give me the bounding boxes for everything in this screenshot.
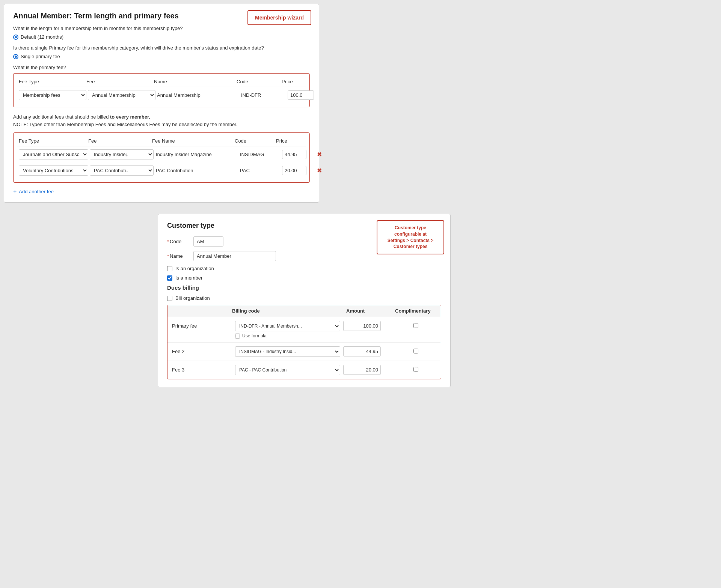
name-required-star: * — [167, 253, 169, 259]
billing-fee2-row: Fee 2 INSIDMAG - Industry Insid... — [167, 343, 441, 361]
primary-fee-name-cell: Annual Membership — [157, 91, 240, 99]
primary-fee-price-input[interactable] — [288, 90, 314, 100]
add-col-fee-type: Fee Type — [19, 138, 88, 144]
code-required-star: * — [167, 239, 169, 244]
use-formula-label: Use formula — [242, 333, 267, 338]
add-col-price: Price — [276, 138, 306, 144]
additional-fees-table-container: Fee Type Fee Fee Name Code Price Journal… — [13, 132, 310, 183]
billing-primary-complimentary-checkbox[interactable] — [413, 323, 418, 328]
additional-fees-note2: NOTE: Types other than Membership Fees a… — [13, 122, 237, 127]
single-primary-fee-radio[interactable]: Single primary fee — [13, 54, 310, 59]
billing-fee2-select[interactable]: INSIDMAG - Industry Insid... — [235, 346, 340, 357]
default-12-months-radio[interactable]: Default (12 months) — [13, 34, 310, 40]
use-formula-checkbox[interactable] — [235, 334, 240, 338]
bill-org-label: Bill organization — [175, 295, 210, 301]
billing-fee3-row: Fee 3 PAC - PAC Contribution — [167, 361, 441, 379]
billing-fee2-amount-input[interactable] — [343, 346, 381, 356]
primary-col-price: Price — [282, 79, 312, 84]
add-another-fee-label: Add another fee — [19, 189, 54, 194]
additional-fee-name-2: PAC Contribution — [155, 166, 238, 175]
billing-primary-complimentary-cell — [395, 321, 436, 328]
billing-primary-fee-select[interactable]: IND-DFR - Annual Membersh... — [235, 321, 340, 331]
is-org-checkbox-row: Is an organization — [167, 266, 441, 271]
additional-fee-price-2[interactable] — [282, 166, 306, 175]
additional-fee-row-2: Voluntary Contributions PAC Contributi↓ … — [17, 162, 306, 179]
billing-primary-amount-input[interactable] — [343, 321, 381, 331]
name-label-text: Name — [170, 253, 183, 259]
cust-note-link: Settings > Contacts > Customer types — [388, 238, 434, 250]
billing-fee3-label: Fee 3 — [172, 365, 232, 373]
billing-fee2-complimentary-cell — [395, 346, 436, 353]
what-is-primary-fee-label: What is the primary fee? — [13, 65, 310, 70]
billing-primary-fee-row: Primary fee IND-DFR - Annual Membersh...… — [167, 317, 441, 343]
question-term-length: What is the length for a membership term… — [13, 26, 310, 31]
billing-fee3-complimentary-cell — [395, 365, 436, 372]
customer-type-panel: Customer type Customer type configurable… — [158, 214, 451, 387]
billing-fee2-label: Fee 2 — [172, 346, 232, 354]
primary-fee-type-select[interactable]: Membership fees — [19, 90, 86, 100]
delete-row-2-icon[interactable]: ✖ — [314, 167, 325, 174]
additional-fee-code-2: PAC — [239, 166, 281, 175]
plus-icon: + — [13, 188, 17, 195]
top-panel: Annual Member: Term length and primary f… — [4, 4, 319, 203]
default-12-months-label: Default (12 months) — [21, 34, 63, 40]
add-col-fee-name: Fee Name — [152, 138, 235, 144]
name-label: *Name — [167, 253, 190, 259]
additional-fee-type-select-2[interactable]: Voluntary Contributions — [19, 165, 88, 176]
billing-primary-fee-code-cell: IND-DFR - Annual Membersh... Use formula — [235, 321, 340, 338]
radio-icon-single — [13, 54, 18, 59]
additional-fee-name-1: Industry Insider Magazine — [155, 150, 238, 159]
primary-col-fee-type: Fee Type — [19, 79, 86, 84]
is-member-label: Is a member — [175, 275, 202, 281]
additional-fee-select-1[interactable]: Industry Inside↓ — [90, 149, 154, 159]
billing-col-label — [172, 308, 232, 314]
is-member-checkbox[interactable] — [167, 275, 172, 281]
is-org-label: Is an organization — [175, 266, 214, 271]
billing-col-complimentary: Complimentary — [395, 308, 436, 314]
primary-col-name: Name — [154, 79, 237, 84]
billing-fee3-select[interactable]: PAC - PAC Contribution — [235, 365, 340, 375]
additional-fees-note: Add any additional fees that should be b… — [13, 113, 310, 128]
delete-row-1-icon[interactable]: ✖ — [314, 151, 325, 158]
primary-col-code: Code — [237, 79, 282, 84]
name-input[interactable] — [193, 251, 276, 261]
additional-fee-select-2[interactable]: PAC Contributi↓ — [90, 165, 154, 176]
add-col-fee: Fee — [88, 138, 152, 144]
additional-fee-code-1: INSIDMAG — [239, 150, 281, 159]
every-member-bold: to every member. — [110, 114, 150, 120]
additional-fee-type-select-1[interactable]: Journals and Other Subscri↓ — [19, 149, 88, 159]
code-label: *Code — [167, 239, 190, 244]
billing-fee2-complimentary-checkbox[interactable] — [413, 349, 418, 353]
cust-note-title: Customer type configurable at — [394, 225, 427, 237]
add-another-fee-link[interactable]: + Add another fee — [13, 188, 310, 195]
membership-wizard-button[interactable]: Membership wizard — [247, 10, 311, 25]
additional-fee-row-1: Journals and Other Subscri↓ Industry Ins… — [17, 146, 306, 162]
primary-fee-table-container: Fee Type Fee Name Code Price Membership … — [13, 73, 310, 107]
radio-icon-default — [13, 35, 18, 40]
billing-table-container: Billing code Amount Complimentary Primar… — [167, 305, 441, 379]
code-label-text: Code — [170, 239, 181, 244]
bill-org-checkbox-row: Bill organization — [167, 295, 441, 301]
primary-fee-row: Membership fees Annual Membership Annual… — [17, 87, 306, 103]
dues-billing-title: Dues billing — [167, 284, 441, 291]
billing-col-amount: Amount — [346, 308, 395, 314]
question-primary-fee: Is there a single Primary fee for this m… — [13, 45, 310, 51]
primary-fee-table-header: Fee Type Fee Name Code Price — [17, 77, 306, 87]
primary-fee-select[interactable]: Annual Membership — [88, 90, 155, 100]
bill-org-checkbox[interactable] — [167, 296, 172, 301]
primary-col-fee: Fee — [86, 79, 154, 84]
is-org-checkbox[interactable] — [167, 266, 172, 271]
additional-fee-price-1[interactable] — [282, 150, 306, 159]
billing-table-header: Billing code Amount Complimentary — [167, 305, 441, 317]
billing-col-code: Billing code — [232, 308, 346, 314]
billing-primary-fee-label: Primary fee — [172, 321, 232, 329]
additional-fees-note-text: Add any additional fees that should be b… — [13, 114, 110, 120]
add-col-code: Code — [235, 138, 276, 144]
billing-fee3-amount-input[interactable] — [343, 365, 381, 375]
single-primary-fee-label: Single primary fee — [21, 54, 60, 59]
billing-fee3-complimentary-checkbox[interactable] — [413, 367, 418, 372]
customer-type-note: Customer type configurable at Settings >… — [377, 220, 444, 254]
add-fee-table-header: Fee Type Fee Fee Name Code Price — [17, 137, 306, 146]
is-member-checkbox-row: Is a member — [167, 275, 441, 281]
code-input[interactable] — [193, 236, 223, 247]
